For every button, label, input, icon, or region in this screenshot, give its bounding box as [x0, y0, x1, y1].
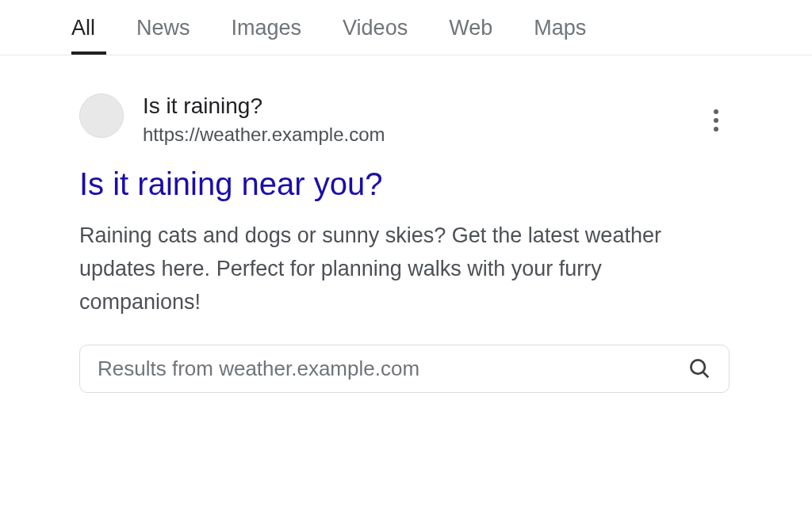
- tab-news[interactable]: News: [136, 16, 190, 55]
- search-icon[interactable]: [688, 357, 711, 380]
- tab-maps[interactable]: Maps: [534, 16, 586, 55]
- tab-all[interactable]: All: [71, 16, 95, 55]
- result-header: Is it raining? https://weather.example.c…: [79, 93, 741, 146]
- more-options-button[interactable]: [707, 103, 725, 138]
- search-tabs: All News Images Videos Web Maps: [0, 0, 812, 55]
- search-result: Is it raining? https://weather.example.c…: [0, 55, 812, 393]
- svg-line-1: [703, 372, 708, 377]
- sitelinks-search-box[interactable]: [79, 345, 730, 393]
- tab-videos[interactable]: Videos: [343, 16, 408, 55]
- favicon-icon: [79, 93, 124, 138]
- sitelinks-search-input[interactable]: [98, 357, 688, 381]
- tab-web[interactable]: Web: [449, 16, 492, 55]
- more-vertical-icon: [714, 118, 718, 123]
- svg-point-0: [691, 360, 705, 374]
- site-url: https://weather.example.com: [143, 124, 385, 146]
- more-vertical-icon: [714, 109, 718, 114]
- result-description: Raining cats and dogs or sunny skies? Ge…: [79, 219, 722, 319]
- result-title-link[interactable]: Is it raining near you?: [79, 166, 741, 202]
- more-vertical-icon: [714, 127, 718, 132]
- tab-images[interactable]: Images: [232, 16, 302, 55]
- site-info: Is it raining? https://weather.example.c…: [143, 93, 385, 146]
- site-name: Is it raining?: [143, 93, 385, 119]
